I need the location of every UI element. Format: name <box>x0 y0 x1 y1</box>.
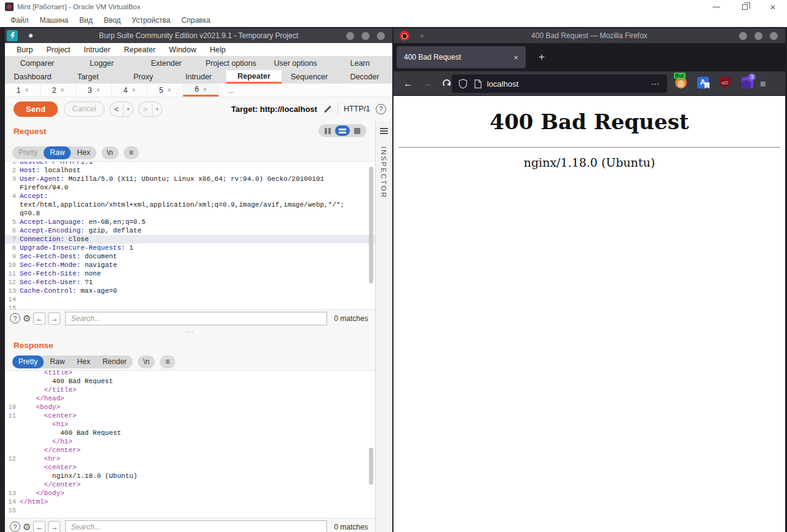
repeater-tab-4[interactable]: 4× <box>112 84 148 97</box>
burp-window-controls[interactable] <box>346 32 385 40</box>
history-back-button[interactable]: < ▾ <box>109 101 133 117</box>
burp-menu-item-help[interactable]: Help <box>203 46 232 54</box>
host-menu-item--[interactable]: Файл <box>5 14 34 26</box>
back-button[interactable]: ← <box>403 78 413 89</box>
response-line[interactable]: nginx/1.18.0 (Ubuntu) <box>5 472 375 480</box>
format-tab-pretty[interactable]: Pretty <box>12 146 44 159</box>
host-menu-item--[interactable]: Вид <box>74 14 98 26</box>
request-line[interactable]: 9Sec-Fetch-Dest: document <box>5 252 375 261</box>
host-menu-item--[interactable]: Устройства <box>126 14 176 26</box>
response-line[interactable]: </center> <box>5 480 375 489</box>
window-control-circle[interactable] <box>377 32 385 40</box>
format-tab-render[interactable]: Render <box>97 355 133 368</box>
window-control-circle[interactable] <box>770 32 778 40</box>
chevron-down-icon[interactable]: ▾ <box>152 102 162 116</box>
burp-menu-item-burp[interactable]: Burp <box>10 46 39 54</box>
restore-button[interactable] <box>730 0 759 14</box>
burp-menu-item-repeater[interactable]: Repeater <box>117 46 162 54</box>
tab-close-icon[interactable]: × <box>132 87 135 93</box>
window-control-circle[interactable] <box>739 32 747 40</box>
response-line[interactable]: 10 <body> <box>5 403 375 411</box>
format-tab-hex[interactable]: Hex <box>71 146 96 159</box>
help-icon[interactable]: ? <box>376 104 386 114</box>
search-prev-button[interactable]: ← <box>33 521 45 532</box>
translate-extension-icon[interactable]: A <box>695 75 710 90</box>
editor-menu-button[interactable]: ≡ <box>160 355 175 368</box>
tab-close-icon[interactable]: × <box>96 87 100 93</box>
tab-repeater[interactable]: Repeater <box>226 70 282 84</box>
repeater-tab-5[interactable]: 5× <box>148 84 183 97</box>
tab-project-options[interactable]: Project options <box>199 57 263 70</box>
request-line[interactable]: q=0.8 <box>5 209 375 218</box>
tab-close-icon[interactable]: × <box>60 87 64 93</box>
response-line[interactable]: 13 </body> <box>5 489 375 498</box>
request-line[interactable]: 11Sec-Fetch-Site: none <box>5 269 375 278</box>
request-line[interactable]: 14 <box>5 295 375 304</box>
shield-icon[interactable] <box>459 79 467 89</box>
help-icon[interactable]: ? <box>10 522 20 532</box>
response-line[interactable]: <center> <box>5 463 375 472</box>
newline-toggle-button[interactable]: \n <box>138 355 155 368</box>
request-editor[interactable]: 1austGET / HTTP/1.12Host: localhost3User… <box>5 161 375 310</box>
reload-button[interactable] <box>443 79 451 87</box>
burp-menu-item-intruder[interactable]: Intruder <box>77 46 117 54</box>
tab-comparer[interactable]: Comparer <box>5 57 69 70</box>
request-line[interactable]: text/html,application/xhtml+xml,applicat… <box>5 200 375 209</box>
url-bar[interactable]: localhost ⋯ <box>452 74 667 93</box>
firefox-titlebar[interactable]: 400 Bad Request — Mozilla Firefox <box>394 28 785 43</box>
search-prev-button[interactable]: ← <box>33 312 45 325</box>
window-control-circle[interactable] <box>754 32 762 40</box>
foxyproxy-badge-extension-icon[interactable]: 3 <box>740 75 754 90</box>
search-next-button[interactable]: → <box>48 312 60 325</box>
tab-close-icon[interactable]: × <box>167 87 171 93</box>
response-line[interactable]: 12 <hr> <box>5 455 375 463</box>
tab-target[interactable]: Target <box>60 70 116 84</box>
host-menu-item--[interactable]: Машина <box>34 14 74 26</box>
repeater-tab-1[interactable]: 1× <box>5 84 41 97</box>
tab-decoder[interactable]: Decoder <box>337 70 392 84</box>
view-columns-button[interactable] <box>320 125 335 136</box>
response-line[interactable]: </center> <box>5 446 375 455</box>
response-scrollbar[interactable] <box>369 448 373 485</box>
foxyproxy-extension-icon[interactable]: Bur <box>673 75 688 90</box>
cancel-button[interactable]: Cancel <box>64 101 105 117</box>
response-search-input[interactable] <box>65 520 327 532</box>
response-editor[interactable]: <title> 400 Bad Request </title> </head>… <box>5 370 375 518</box>
tab-close-icon[interactable]: × <box>513 53 518 62</box>
history-forward-icon[interactable]: > <box>139 102 152 116</box>
response-line[interactable]: </head> <box>5 394 375 403</box>
browser-tab[interactable]: 400 Bad Request × <box>397 46 526 68</box>
inspector-label[interactable]: INSPECTOR <box>380 146 387 199</box>
firefox-window-controls[interactable] <box>739 32 778 40</box>
response-line[interactable]: </title> <box>5 386 375 394</box>
history-back-icon[interactable]: < <box>110 102 124 116</box>
forward-button[interactable]: → <box>423 78 433 89</box>
minimize-button[interactable]: — <box>702 0 730 14</box>
burp-menu-item-project[interactable]: Project <box>39 46 77 54</box>
request-line[interactable]: 13Cache-Control: max-age=0 <box>5 287 375 295</box>
repeater-tab-6[interactable]: 6× <box>183 84 219 97</box>
ublock-origin-extension-icon[interactable]: uO <box>718 75 732 90</box>
gear-icon[interactable]: ⚙ <box>23 314 31 323</box>
repeater-tab-3[interactable]: 3× <box>76 84 112 97</box>
window-control-circle[interactable] <box>346 32 354 40</box>
burp-menu-item-window[interactable]: Window <box>162 46 203 54</box>
request-line[interactable]: 15 <box>5 304 375 310</box>
request-line[interactable]: 5Accept-Language: en-GB,en;q=0.5 <box>5 218 375 226</box>
host-menu-item--[interactable]: Справка <box>176 14 216 26</box>
response-line[interactable]: 15 <box>5 506 375 515</box>
response-line[interactable]: 400 Bad Request <box>5 429 375 437</box>
inspector-panel[interactable]: INSPECTOR <box>375 121 392 532</box>
format-tab-raw[interactable]: Raw <box>44 355 71 368</box>
tab-intruder[interactable]: Intruder <box>171 70 226 84</box>
tab-proxy[interactable]: Proxy <box>116 70 171 84</box>
tab-dashboard[interactable]: Dashboard <box>5 70 60 84</box>
tab-user-options[interactable]: User options <box>263 57 328 70</box>
window-control-circle[interactable] <box>362 32 370 40</box>
tab-logger[interactable]: Logger <box>69 57 134 70</box>
repeater-tab-2[interactable]: 2× <box>41 84 76 97</box>
editor-menu-button[interactable]: ≡ <box>124 146 139 159</box>
request-line[interactable]: 7Connection: close <box>5 235 375 244</box>
request-line[interactable]: Firefox/94.0 <box>5 183 375 192</box>
host-menu-item--[interactable]: Ввод <box>98 14 127 26</box>
